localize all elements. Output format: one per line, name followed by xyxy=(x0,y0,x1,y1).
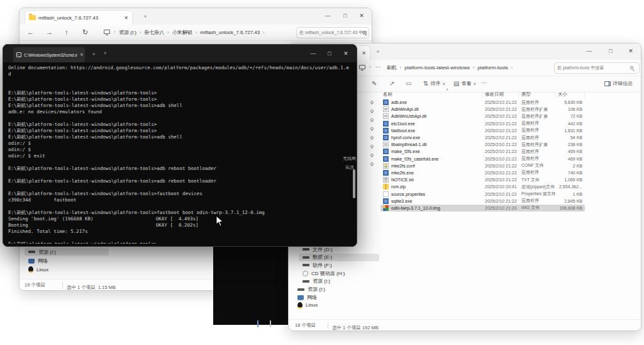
maximize-button[interactable]: □ xyxy=(321,46,338,61)
minimize-button[interactable]: — xyxy=(319,8,336,23)
breadcrumb-sep: › xyxy=(511,65,513,70)
details-pane-button[interactable]: 详细信息 xyxy=(604,80,633,87)
pin-icon xyxy=(369,135,374,140)
new-tab-button[interactable]: ＋ xyxy=(143,13,148,20)
file-name: rom.zip xyxy=(391,184,406,189)
breadcrumb-item[interactable]: miflash_unlock_7.6.727.43 xyxy=(200,30,260,35)
file-row[interactable]: fastboot.exe2025/2/10 21:22应用程序1,831 KB xyxy=(380,127,585,134)
terminal-output[interactable]: Online documentation: https://android.go… xyxy=(8,65,350,244)
file-row[interactable]: make_f2fs.exe2025/2/10 21:22应用程序469 KB xyxy=(380,148,585,155)
breadcrumb-item[interactable]: platform-tools xyxy=(477,65,508,71)
file-row[interactable]: mke2fs.conf2025/2/10 21:22CONF 文件2 KB xyxy=(380,162,585,169)
file-row[interactable]: rom.zip2025/2/10 20:41压缩(zipped)文件...2,5… xyxy=(380,183,585,190)
sidebar-item-label: Linux xyxy=(306,302,318,308)
this-pc-icon[interactable] xyxy=(104,30,110,34)
drive-icon xyxy=(303,256,309,259)
sidebar-item-[interactable]: 网络 xyxy=(25,257,109,264)
file-row[interactable]: odin-twrp-3.7.1_12-0.img2025/2/10 21:20I… xyxy=(380,205,585,212)
sidebar-item-[interactable]: 网络 xyxy=(294,293,374,301)
sidebar-item-linux[interactable]: Linux xyxy=(25,266,109,273)
tab-close-icon[interactable]: ✕ xyxy=(362,50,366,56)
refresh-icon[interactable]: ↻ xyxy=(82,28,88,37)
breadcrumb-item[interactable]: 小米解锁 xyxy=(172,29,192,36)
sidebar-item-label: 资源 (I:) xyxy=(313,278,330,285)
search-input[interactable]: 在 platform-tools 中搜索 xyxy=(554,62,640,74)
view-button[interactable]: ▤查看∨ xyxy=(453,80,476,87)
tab-miflash-unlock[interactable]: miflash_unlock_7.6.727.43 ✕ xyxy=(25,10,133,25)
drive-icon xyxy=(303,280,309,283)
acrylic-sidebar-fragment: 实况 xyxy=(345,164,354,171)
delete-icon[interactable]: ▭ xyxy=(406,80,411,87)
file-name: NOTICE.txt xyxy=(391,178,414,182)
address-bar: ← → ↑ ↻ › 资源 (I:)›杂七杂八›小米解锁›miflash_unlo… xyxy=(19,25,372,41)
this-pc-icon[interactable] xyxy=(359,65,365,69)
file-name: source.properties xyxy=(391,192,425,196)
file-row[interactable]: sqlite3.exe2025/2/10 21:22应用程序2,845 KB xyxy=(380,198,585,205)
maximize-button[interactable]: □ xyxy=(336,8,354,23)
close-button[interactable]: ✕ xyxy=(622,43,640,59)
file-date: 2025/2/10 21:22 xyxy=(482,100,519,105)
share-icon[interactable]: ↗ xyxy=(389,80,394,87)
breadcrumb-item[interactable]: 资源 (I:) xyxy=(119,29,136,36)
column-header[interactable]: 修改日期 xyxy=(482,91,519,98)
file-row[interactable]: AdbWinUsbApi.dll2025/2/10 21:22应用程序扩展72 … xyxy=(380,113,585,120)
rename-icon[interactable]: ✎ xyxy=(372,80,377,87)
up-icon[interactable]: ↑ xyxy=(65,28,69,36)
sidebar-item-cdh[interactable]: CD 驱动器 (H:) xyxy=(299,269,379,277)
file-row[interactable]: adb.exe2025/2/10 21:22应用程序5,830 KB xyxy=(380,99,585,106)
sidebar-item-e[interactable]: 数据 (E:) xyxy=(299,254,379,261)
file-row[interactable]: mke2fs.exe2025/2/10 21:22应用程序740 KB xyxy=(380,169,585,176)
search-input[interactable]: 在 miflash_unlock_7.6.727.43 中搜 xyxy=(296,27,369,38)
breadcrumb-item[interactable]: 杂七杂八 xyxy=(144,29,164,36)
breadcrumb-sep: › xyxy=(114,30,115,34)
maximize-button[interactable]: □ xyxy=(602,43,619,59)
new-tab-button[interactable]: ＋ xyxy=(91,50,96,57)
terminal-window: >_ C:\Windows\System32\cmd.e ✕ ＋ ∨ — □ ✕… xyxy=(3,44,357,247)
sidebar-item-linux[interactable]: Linux xyxy=(294,302,374,309)
search-icon[interactable] xyxy=(630,66,633,69)
column-header[interactable]: 类型 xyxy=(519,91,555,98)
file-type-icon-img xyxy=(383,205,389,211)
sidebar-item-i[interactable]: 资源 (I:) xyxy=(25,248,109,256)
close-button[interactable]: ✕ xyxy=(338,46,354,61)
file-row[interactable]: AdbWinApi.dll2025/2/10 21:22应用程序扩展106 KB xyxy=(380,106,585,113)
tab-close-icon[interactable]: ✕ xyxy=(80,52,84,57)
file-row[interactable]: libwinpthread-1.dll2025/2/10 21:22应用程序扩展… xyxy=(380,141,585,148)
search-icon[interactable] xyxy=(362,31,365,34)
close-button[interactable]: ✕ xyxy=(353,8,370,23)
file-row[interactable]: source.properties2025/2/10 21:22Properti… xyxy=(380,190,585,197)
breadcrumb-ellipsis[interactable]: ⋯ xyxy=(375,64,380,70)
breadcrumb-item[interactable]: 刷机 xyxy=(387,64,397,71)
minimize-button[interactable]: — xyxy=(580,43,598,59)
terminal-scrollbar[interactable] xyxy=(353,169,355,198)
terminal-tab[interactable]: >_ C:\Windows\System32\cmd.e ✕ xyxy=(13,47,85,62)
file-row[interactable]: etc1tool.exe2025/2/10 21:22应用程序442 KB xyxy=(380,120,585,127)
sidebar-item-f[interactable]: 软件 (F:) xyxy=(299,261,379,269)
new-tab-button[interactable]: ＋ xyxy=(375,48,380,55)
sidebar-item-label: 网络 xyxy=(307,294,317,301)
column-header[interactable]: 大小 xyxy=(555,91,585,98)
details-view-toggle[interactable] xyxy=(257,320,258,327)
file-row[interactable]: make_f2fs_casefold.exe2025/2/10 21:22应用程… xyxy=(380,156,585,162)
file-size: 1 KB xyxy=(555,192,585,196)
thumbnail-view-toggle[interactable] xyxy=(270,320,271,327)
tab-title: miflash_unlock_7.6.727.43 xyxy=(38,15,98,21)
sort-button[interactable]: ⇅排序∨ xyxy=(423,80,445,87)
column-header[interactable]: 名称 xyxy=(380,91,482,98)
file-date: 2025/2/10 21:22 xyxy=(482,135,519,140)
more-button[interactable]: ⋯ xyxy=(481,80,486,86)
file-name: hprof-conv.exe xyxy=(391,135,420,140)
tab-bar: miflash_unlock_7.6.727.43 ✕ ＋ — □ ✕ xyxy=(19,8,372,25)
file-row[interactable]: hprof-conv.exe2025/2/10 21:22应用程序54 KB xyxy=(380,134,585,141)
file-type: 应用程序 xyxy=(519,135,555,141)
sidebar-item-i[interactable]: 资源 (I:) xyxy=(294,286,374,293)
sidebar-item-i[interactable]: 资源 (I:) xyxy=(299,278,379,285)
back-icon[interactable]: ← xyxy=(27,28,34,36)
forward-icon[interactable]: → xyxy=(46,28,53,36)
minimize-button[interactable]: — xyxy=(305,46,321,61)
file-size: 469 KB xyxy=(555,149,585,154)
file-row[interactable]: NOTICE.txt2025/2/10 21:22TXT 文件1,065 KB xyxy=(380,176,585,183)
breadcrumb-item[interactable]: platform-tools-latest-windows xyxy=(404,65,470,71)
tab-dropdown-icon[interactable]: ∨ xyxy=(104,50,106,55)
tab-close-icon[interactable]: ✕ xyxy=(124,15,128,21)
